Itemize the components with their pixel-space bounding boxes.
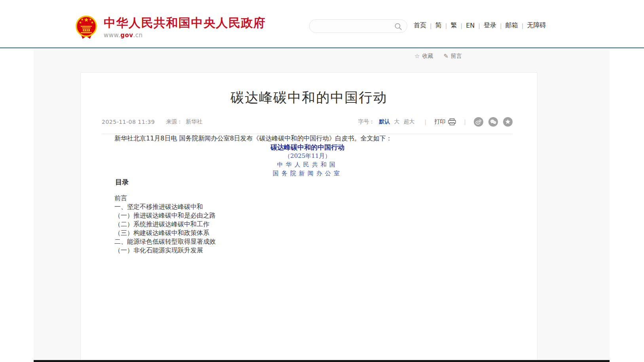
search-input[interactable] [310,20,407,32]
nav-item-english[interactable]: EN [466,22,475,29]
toc-item-1-1: （一）推进碳达峰碳中和是必由之路 [102,211,513,220]
toc-item-1: 一、坚定不移推进碳达峰碳中和 [102,203,513,211]
nav-separator: | [445,23,447,29]
nav-separator: | [430,23,432,29]
printer-icon [448,118,456,125]
nav-separator: | [522,23,524,29]
weibo-share-icon[interactable] [474,117,483,127]
site-title: 中华人民共和国中央人民政府 [104,16,266,30]
window-bottom-edge [34,360,610,362]
meta-separator: | [464,119,466,125]
page-body: ☆ 收藏 ✎ 留言 碳达峰碳中和的中国行动 2025-11-08 11:39 来… [34,49,610,362]
favorite-label: 收藏 [422,53,433,60]
fontsize-large-button[interactable]: 大 [394,118,400,125]
comment-button[interactable]: ✎ 留言 [443,53,462,60]
print-button[interactable]: 打印 [434,118,456,125]
toc-item-preface: 前言 [102,194,513,203]
fontsize-default-button[interactable]: 默认 [379,118,390,125]
url-www: www. [104,32,120,39]
meta-left: 2025-11-08 11:39 来源： 新华社 [102,118,202,125]
meta-right: 字号： 默认 大 超大 | 打印 | [358,117,513,127]
toc-item-1-3: （三）构建碳达峰碳中和政策体系 [102,229,513,237]
nav-item-simplified[interactable]: 简 [435,21,442,30]
document-title: 碳达峰碳中和的中国行动 [102,143,513,152]
nav-separator: | [500,23,502,29]
brand-text: 中华人民共和国中央人民政府 www.gov.cn [104,15,266,39]
article-title: 碳达峰碳中和的中国行动 [81,88,537,107]
toc-heading: 目录 [102,178,513,186]
brand: 中华人民共和国中央人民政府 www.gov.cn [75,15,266,40]
url-cn: .cn [133,32,143,39]
nav-item-home[interactable]: 首页 [414,21,426,30]
nav-item-login[interactable]: 登录 [484,21,496,30]
toc-item-2-1: （一）非化石能源实现跃升发展 [102,246,513,255]
article-card: 碳达峰碳中和的中国行动 2025-11-08 11:39 来源： 新华社 字号：… [80,72,538,362]
nav-item-accessibility[interactable]: 无障碍 [527,21,546,30]
main-nav: 首页 | 简 | 繁 | EN | 登录 | 邮箱 | 无障碍 [414,21,546,30]
publish-date: 2025-11-08 11:39 [102,119,155,125]
document-author-line2: 国务院新闻办公室 [102,169,513,178]
meta-separator: | [425,119,427,125]
favorite-button[interactable]: ☆ 收藏 [414,53,433,60]
nav-separator: | [478,23,480,29]
nav-item-mail[interactable]: 邮箱 [505,21,518,30]
toc-item-2: 二、能源绿色低碳转型取得显著成效 [102,237,513,246]
nav-separator: | [460,23,462,29]
lead-paragraph: 新华社北京11月8日电 国务院新闻办公室8日发布《碳达峰碳中和的中国行动》白皮书… [102,134,513,143]
page: 中华人民共和国中央人民政府 www.gov.cn 首页 | 简 | 繁 | EN… [0,0,644,362]
url-gov: gov [120,32,133,39]
toc-item-1-2: （二）系统推进碳达峰碳中和工作 [102,220,513,229]
pencil-icon: ✎ [443,53,448,60]
document-date: （2025年11月） [102,152,513,160]
search-icon[interactable] [394,23,402,30]
source-name[interactable]: 新华社 [186,118,202,125]
search-box [309,19,407,33]
article-body: 新华社北京11月8日电 国务院新闻办公室8日发布《碳达峰碳中和的中国行动》白皮书… [102,134,513,255]
site-header: 中华人民共和国中央人民政府 www.gov.cn 首页 | 简 | 繁 | EN… [0,0,644,48]
article-meta-row: 2025-11-08 11:39 来源： 新华社 字号： 默认 大 超大 | 打… [102,117,513,127]
site-url-link[interactable]: www.gov.cn [104,32,266,39]
source-label: 来源： [166,118,182,125]
share-icons [474,117,513,127]
fontsize-xlarge-button[interactable]: 超大 [404,118,415,125]
star-outline-icon: ☆ [414,53,420,60]
fontsize-label: 字号： [358,118,375,125]
wechat-share-icon[interactable] [488,117,498,127]
comment-label: 留言 [451,53,462,60]
nav-item-traditional[interactable]: 繁 [450,21,457,30]
article-action-row: ☆ 收藏 ✎ 留言 [414,53,462,60]
more-share-icon[interactable] [503,117,513,127]
national-emblem-logo [75,15,97,40]
print-label: 打印 [434,118,445,125]
document-author-line1: 中华人民共和国 [102,160,513,169]
